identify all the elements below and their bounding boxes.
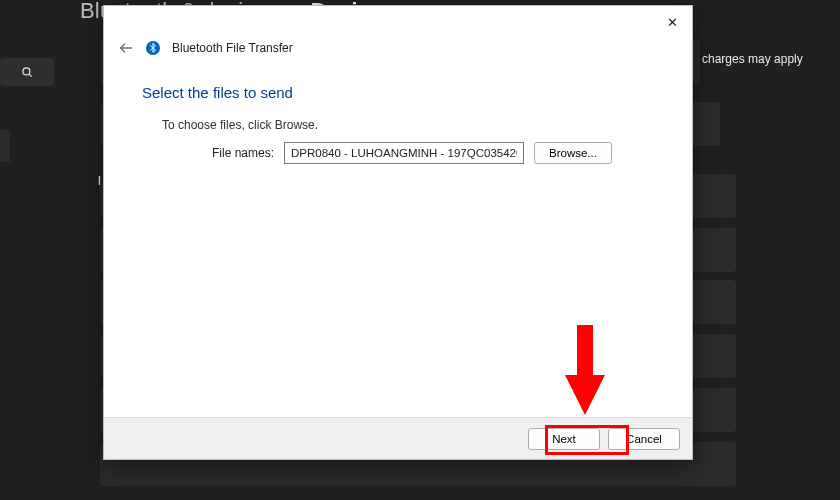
nav-highlight (0, 130, 10, 162)
svg-line-1 (29, 74, 32, 77)
search-button[interactable] (0, 58, 54, 86)
background-hint-text: charges may apply (702, 52, 803, 66)
bluetooth-file-transfer-dialog: ✕ Bluetooth File Transfer Select the fil… (103, 5, 693, 460)
browse-button[interactable]: Browse... (534, 142, 612, 164)
close-button[interactable]: ✕ (658, 10, 686, 34)
file-names-label: File names: (204, 146, 274, 160)
file-names-row: File names: Browse... (204, 142, 612, 164)
cancel-button[interactable]: Cancel (608, 428, 680, 450)
dialog-footer: Next Cancel (104, 417, 692, 459)
back-arrow-icon[interactable] (118, 40, 134, 56)
next-button[interactable]: Next (528, 428, 600, 450)
dialog-header: Bluetooth File Transfer (118, 40, 293, 56)
search-icon (20, 65, 34, 79)
bluetooth-icon (146, 41, 160, 55)
svg-point-0 (23, 68, 30, 75)
file-names-input[interactable] (284, 142, 524, 164)
instruction-text: To choose files, click Browse. (162, 118, 318, 132)
close-icon: ✕ (667, 16, 678, 29)
page-heading: Select the files to send (142, 84, 293, 101)
dialog-title: Bluetooth File Transfer (172, 41, 293, 55)
